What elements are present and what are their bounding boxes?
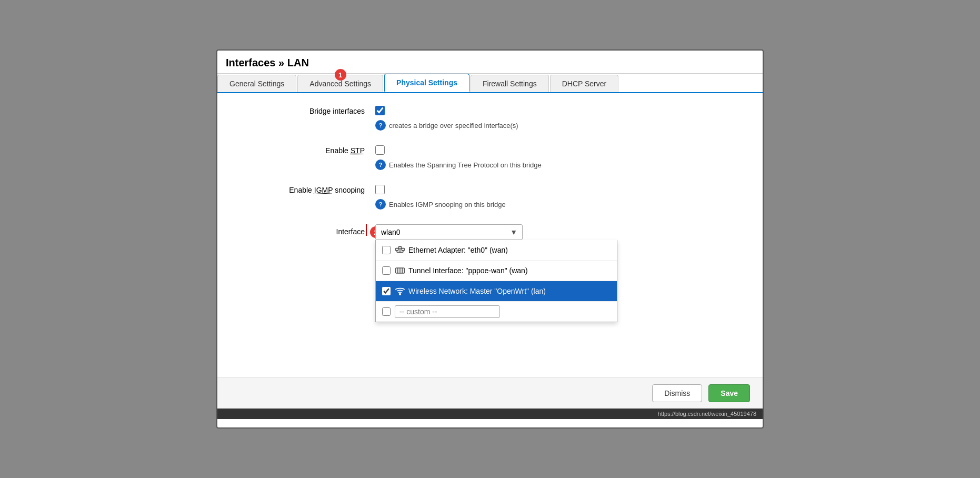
dropdown-item-pppoe[interactable]: Tunnel Interface: "pppoe-wan" (wan) [376,261,617,281]
interface-dropdown: Ethernet Adapter: "eth0" (wan) Tunnel In… [375,240,617,322]
enable-stp-info-icon: ? [375,160,386,170]
interface-select-wrapper: wlan0 ▼ [375,224,523,240]
enable-stp-label: Enable STP [238,145,375,155]
enable-igmp-info-icon: ? [375,199,386,210]
status-bar: https://blog.csdn.net/weixin_45019478 [217,409,763,419]
tab-firewall-settings[interactable]: Firewall Settings [471,75,549,92]
interface-control: 2 wlan0 ▼ [375,224,523,240]
dropdown-checkbox-wlan0[interactable] [382,287,391,295]
svg-rect-1 [402,248,404,251]
enable-igmp-checkbox[interactable] [375,185,385,194]
enable-igmp-hint: ? Enables IGMP snooping on this bridge [375,199,742,210]
enable-stp-control: ? Enables the Spanning Tree Protocol on … [375,145,742,170]
title-bar: Interfaces » LAN [217,51,763,74]
dropdown-checkbox-custom[interactable] [382,307,391,316]
tab-physical-settings[interactable]: Physical Settings [384,74,469,92]
svg-rect-0 [396,248,398,251]
form-content: Bridge interfaces ? creates a bridge ove… [217,93,763,377]
ethernet-icon [395,245,405,255]
svg-point-11 [399,294,401,295]
bridge-interfaces-control: ? creates a bridge over specified interf… [375,106,742,131]
status-url: https://blog.csdn.net/weixin_45019478 [658,411,756,417]
enable-stp-checkbox[interactable] [375,145,385,155]
footer-bar: Dismiss Save [217,377,763,409]
tab-advanced-settings[interactable]: 1 Advanced Settings [297,75,383,92]
bridge-interfaces-checkbox[interactable] [375,106,385,115]
dropdown-checkbox-pppoe[interactable] [382,266,391,275]
bridge-interfaces-label: Bridge interfaces [238,106,375,115]
tabs-container: General Settings 1 Advanced Settings Phy… [217,74,763,93]
main-window: Interfaces » LAN General Settings 1 Adva… [216,49,764,429]
dropdown-checkbox-eth0[interactable] [382,246,391,254]
tunnel-icon [395,265,405,276]
dropdown-custom-input[interactable] [395,305,500,318]
tab-badge-1: 1 [335,69,346,81]
interface-row: Interface 2 wlan0 ▼ [238,224,742,240]
interface-select[interactable]: wlan0 [375,224,523,240]
page-title: Interfaces » LAN [226,57,754,69]
enable-igmp-label: Enable IGMP snooping [238,185,375,194]
bridge-interfaces-row: Bridge interfaces ? creates a bridge ove… [238,106,742,131]
dropdown-item-eth0[interactable]: Ethernet Adapter: "eth0" (wan) [376,240,617,261]
wireless-icon [395,286,405,296]
tab-general-settings[interactable]: General Settings [217,75,296,92]
interface-label: Interface [238,224,375,236]
enable-stp-hint: ? Enables the Spanning Tree Protocol on … [375,160,742,170]
save-button[interactable]: Save [708,384,750,402]
bridge-interfaces-hint: ? creates a bridge over specified interf… [375,120,742,131]
dismiss-button[interactable]: Dismiss [652,384,702,402]
dropdown-custom-item [376,302,617,322]
enable-igmp-control: ? Enables IGMP snooping on this bridge [375,185,742,210]
enable-stp-row: Enable STP ? Enables the Spanning Tree P… [238,145,742,170]
enable-igmp-row: Enable IGMP snooping ? Enables IGMP snoo… [238,185,742,210]
svg-rect-2 [399,246,402,248]
dropdown-item-wlan0[interactable]: Wireless Network: Master "OpenWrt" (lan) [376,281,617,302]
bridge-interfaces-info-icon: ? [375,120,386,131]
tab-dhcp-server[interactable]: DHCP Server [550,75,619,92]
